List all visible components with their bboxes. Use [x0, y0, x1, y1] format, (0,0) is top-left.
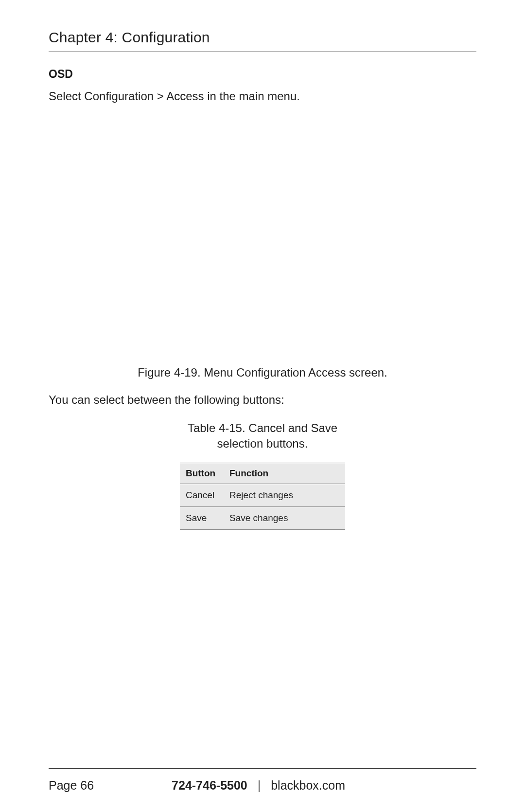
- figure-caption: Figure 4-19. Menu Configuration Access s…: [49, 366, 476, 379]
- document-page: Chapter 4: Configuration OSD Select Conf…: [0, 0, 525, 812]
- table-caption-line2: selection buttons.: [217, 437, 308, 450]
- table-header-row: Button Function: [180, 463, 345, 484]
- table-row: Cancel Reject changes: [180, 484, 345, 506]
- table-caption: Table 4-15. Cancel and Save selection bu…: [49, 420, 476, 452]
- cell-function: Reject changes: [224, 484, 345, 506]
- spacer: [49, 530, 476, 768]
- page-number: Page 66: [49, 778, 94, 793]
- table-header-function: Function: [224, 463, 345, 484]
- body-text: You can select between the following but…: [49, 393, 476, 407]
- footer-center: 724-746-5500 | blackbox.com: [94, 778, 423, 793]
- buttons-table: Button Function Cancel Reject changes Sa…: [180, 463, 345, 530]
- table-container: Button Function Cancel Reject changes Sa…: [49, 463, 476, 530]
- chapter-title: Chapter 4: Configuration: [49, 29, 476, 52]
- cell-function: Save changes: [224, 506, 345, 529]
- footer-divider: |: [258, 778, 261, 792]
- cell-button: Cancel: [180, 484, 224, 506]
- table-caption-line1: Table 4-15. Cancel and Save: [188, 421, 337, 434]
- cell-button: Save: [180, 506, 224, 529]
- figure-placeholder: [49, 113, 476, 366]
- table-header-button: Button: [180, 463, 224, 484]
- footer-website: blackbox.com: [271, 778, 345, 792]
- table-row: Save Save changes: [180, 506, 345, 529]
- footer-phone: 724-746-5500: [172, 778, 247, 792]
- page-footer: Page 66 724-746-5500 | blackbox.com: [49, 768, 476, 793]
- section-label-osd: OSD: [49, 68, 476, 81]
- instruction-text: Select Configuration > Access in the mai…: [49, 90, 476, 103]
